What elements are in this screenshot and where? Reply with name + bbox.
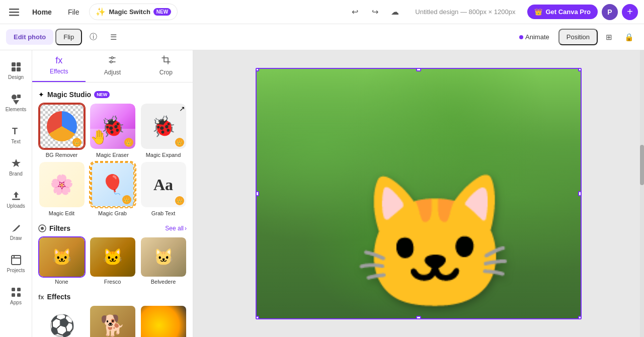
handle-bottom-left[interactable] <box>256 316 259 319</box>
edit-photo-button[interactable]: Edit photo <box>6 29 53 45</box>
sidebar-item-text[interactable]: T Text <box>0 119 32 151</box>
handle-top-middle[interactable] <box>416 68 421 71</box>
filters-see-all-button[interactable]: See all › <box>165 225 187 232</box>
sidebar-item-uploads[interactable]: Uploads <box>0 183 32 215</box>
effects-tab-icon: fx <box>55 55 62 66</box>
sidebar-item-brand[interactable]: Brand <box>0 151 32 183</box>
magic-edit-thumbnail: 🌸 <box>39 162 85 207</box>
handle-top-left[interactable] <box>256 68 259 71</box>
panel-tabs: fx Effects Adjust Crop <box>32 50 193 82</box>
filter-none[interactable]: 🐱 None <box>38 237 85 285</box>
canvas-scrollbar[interactable] <box>640 50 644 337</box>
filter-fresco[interactable]: 🐱 Fresco <box>89 237 136 285</box>
info-button[interactable]: ⓘ <box>84 28 102 46</box>
cat-none-img: 🐱 <box>39 237 85 277</box>
tab-crop[interactable]: Crop <box>139 50 193 82</box>
svg-text:T: T <box>12 126 18 136</box>
expand-crown: 👑 <box>175 138 184 147</box>
effect-soccer[interactable]: ⚽ <box>38 306 85 337</box>
sidebar-item-apps[interactable]: Apps <box>0 280 32 312</box>
effect-dog[interactable]: 🐕 <box>89 306 136 337</box>
grab-emoji: 🎈 <box>101 174 124 196</box>
design-icon <box>11 61 22 72</box>
expand-arrows: ↗ <box>179 105 185 113</box>
tab-adjust[interactable]: Adjust <box>86 50 139 82</box>
bg-remover-thumbnail: 👑 <box>39 104 85 149</box>
svg-rect-8 <box>17 95 21 98</box>
magic-expand-bg: 🐞 ↗ 👑 <box>141 104 186 149</box>
magic-studio-new-badge: NEW <box>94 91 110 98</box>
home-nav[interactable]: Home <box>26 5 58 19</box>
svg-point-7 <box>12 95 17 100</box>
magic-eraser-tool[interactable]: 🐞 🤚 👑 Magic Eraser <box>89 104 136 158</box>
toolbar: Edit photo Flip ⓘ ☰ Animate Position ⊞ 🔒 <box>0 24 644 50</box>
effect-yellow[interactable] <box>140 306 187 337</box>
canvas-inner: 🐱 <box>256 68 582 319</box>
grid-button[interactable]: ⊞ <box>600 28 618 46</box>
animate-label: Animate <box>525 33 549 41</box>
cloud-save-button[interactable]: ☁ <box>387 4 403 20</box>
filter-belvedere-label: Belvedere <box>151 279 176 285</box>
magic-expand-tool[interactable]: 🐞 ↗ 👑 Magic Expand <box>140 104 187 158</box>
magic-edit-label: Magic Edit <box>49 210 74 216</box>
handle-middle-left[interactable] <box>256 191 259 196</box>
effects-section-header: fx Effects <box>38 293 187 301</box>
magic-switch-button[interactable]: ✨ Magic Switch NEW <box>89 4 178 20</box>
magic-edit-tool[interactable]: 🌸 Magic Edit <box>38 162 85 216</box>
svg-rect-2 <box>9 15 19 16</box>
undo-button[interactable]: ↩ <box>347 4 363 20</box>
crown-icon: 👑 <box>534 8 542 16</box>
handle-middle-right[interactable] <box>578 191 582 196</box>
sidebar-item-projects[interactable]: Projects <box>0 247 32 280</box>
filter-belvedere[interactable]: 🐱 Belvedere <box>140 237 187 285</box>
eraser-emoji: 🐞 <box>100 115 125 138</box>
user-avatar[interactable]: P <box>602 4 618 20</box>
menu-dots-button[interactable]: ☰ <box>104 28 122 46</box>
handle-bottom-right[interactable] <box>578 316 582 319</box>
svg-rect-6 <box>17 67 21 71</box>
text-rail-label: Text <box>11 139 20 144</box>
main-content: Design Elements T Text Brand <box>0 50 644 337</box>
elements-icon <box>11 94 22 105</box>
handle-top-right[interactable] <box>578 68 582 71</box>
magic-edit-bg: 🌸 <box>39 162 85 207</box>
flip-button[interactable]: Flip <box>55 29 82 45</box>
grab-text-label-icon: Aa <box>153 176 173 194</box>
magic-eraser-bg: 🐞 🤚 👑 <box>90 104 135 149</box>
effects-section-title: Effects <box>47 293 71 301</box>
get-canva-pro-button[interactable]: 👑 Get Canva Pro <box>527 5 598 19</box>
menu-button[interactable] <box>6 4 22 20</box>
sidebar-item-design[interactable]: Design <box>0 54 32 87</box>
svg-marker-9 <box>13 100 19 105</box>
uploads-rail-label: Uploads <box>7 203 25 209</box>
lock-button[interactable]: 🔒 <box>620 28 638 46</box>
bg-remover-bg: 👑 <box>40 104 84 149</box>
file-nav[interactable]: File <box>62 5 86 19</box>
cat-belvedere-img: 🐱 <box>141 237 186 277</box>
sidebar-item-elements[interactable]: Elements <box>0 87 32 119</box>
magic-switch-label: Magic Switch <box>109 8 150 16</box>
handle-bottom-middle[interactable] <box>416 316 421 319</box>
apps-rail-label: Apps <box>10 300 22 305</box>
grab-text-bg: Aa 👑 <box>141 162 186 207</box>
brand-icon <box>11 158 22 169</box>
magic-studio-grid: 👑 BG Remover 🐞 🤚 👑 <box>38 104 187 216</box>
redo-button[interactable]: ↪ <box>367 4 383 20</box>
new-design-button[interactable]: + <box>622 4 638 20</box>
grab-text-crown: 👑 <box>175 196 184 205</box>
magic-grab-tool[interactable]: 🎈 👑 Magic Grab <box>89 162 136 216</box>
bg-remover-tool[interactable]: 👑 BG Remover <box>38 104 85 158</box>
sidebar-item-draw[interactable]: Draw <box>0 215 32 247</box>
filters-icon <box>38 224 46 232</box>
grab-text-tool[interactable]: Aa 👑 Grab Text <box>140 162 187 216</box>
canvas-area: 🐱 <box>193 50 644 337</box>
position-button[interactable]: Position <box>558 29 598 45</box>
filter-fresco-label: Fresco <box>104 279 121 285</box>
crop-tab-icon <box>162 55 171 67</box>
tab-effects[interactable]: fx Effects <box>32 50 86 82</box>
filters-header: Filters See all › <box>38 224 187 232</box>
animate-button[interactable]: Animate <box>512 30 556 44</box>
animate-dot <box>519 35 523 39</box>
canvas-image[interactable]: 🐱 <box>256 68 582 319</box>
projects-rail-label: Projects <box>7 268 25 273</box>
